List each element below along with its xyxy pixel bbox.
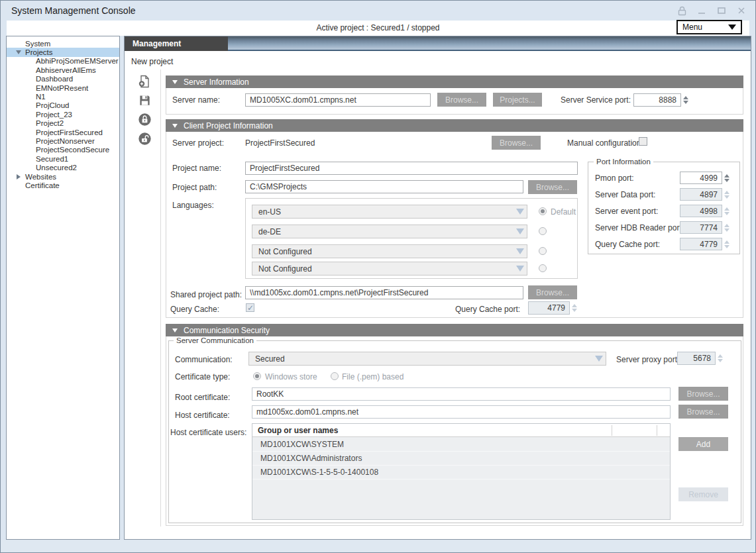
project-path-browse-button[interactable]: Browse... [528,180,577,194]
window-controls [676,5,747,17]
server-project-value: ProjectFirstSecured [245,138,315,148]
root-certificate-label: Root certificate: [175,393,230,402]
shared-path-label: Shared project path: [170,290,242,299]
section-header-communication-security[interactable]: Communication Security [166,324,743,336]
tree-item-project[interactable]: ProjectNonserver [7,136,119,145]
service-port-spinner[interactable]: 8888 [633,93,681,107]
server-data-port-spinner: 4897 [680,188,722,201]
tree-item-project[interactable]: ProjectFirstSecured [7,128,119,136]
default-language-radio-3 [539,247,547,255]
user-row[interactable]: MD1001XCW\Administrators [252,452,670,466]
collapse-arrow-icon [172,124,178,128]
shared-path-input[interactable] [245,286,523,299]
communication-dropdown[interactable]: Secured [248,352,606,366]
projects-button[interactable]: Projects... [493,93,542,107]
remove-user-button: Remove [678,487,728,501]
server-communication-title: Server Communication [174,336,256,344]
host-certificate-browse-button[interactable]: Browse... [678,405,728,419]
server-name-label: Server name: [172,95,220,105]
proxy-port-arrows [717,352,724,365]
pmon-port-arrows[interactable] [724,172,730,185]
chevron-down-icon [516,266,524,272]
chevron-down-icon [516,248,524,254]
host-certificate-input[interactable] [252,405,671,419]
maximize-icon[interactable] [716,5,728,17]
languages-group: en-US de-DE Not Configured Not Configure… [245,198,578,279]
project-name-input[interactable] [245,162,578,175]
chevron-down-icon [728,25,736,30]
hdb-reader-port-arrows [724,221,730,234]
shared-path-browse-button[interactable]: Browse... [528,285,577,299]
pmon-port-spinner[interactable]: 4999 [680,172,722,184]
certificate-type-label: Certificate type: [175,372,230,381]
windows-store-label: Windows store [265,372,317,381]
root-certificate-input[interactable] [252,387,671,401]
section-header-server-information[interactable]: Server Information [166,75,743,88]
tree-item-project[interactable]: ProjCloud [7,101,119,110]
menu-dropdown[interactable]: Menu [676,20,742,34]
toolbar-separator [160,70,161,527]
server-project-label: Server project: [172,138,224,148]
server-event-port-label: Server event port: [595,207,658,216]
section-header-client-project[interactable]: Client Project Information [166,119,743,132]
status-bar [1,540,755,552]
tree-item-project[interactable]: Dashboard [7,75,119,83]
server-browse-button[interactable]: Browse... [437,93,486,107]
add-user-button[interactable]: Add [678,437,728,451]
service-port-spinner-arrows[interactable] [682,93,689,107]
navigation-tree: System Projects AbhiProjSomeEMServer Abh… [6,36,120,540]
host-certificate-users-label: Host certificate users: [170,428,246,437]
window-title: System Management Console [11,5,136,16]
unlock-circle-icon[interactable] [136,131,152,146]
tree-item-system[interactable]: System [7,39,119,48]
tree-item-project[interactable]: Unsecured2 [7,163,119,172]
tab-management[interactable]: Management [125,36,228,51]
user-row[interactable]: MD1001XCW\SYSTEM [252,438,670,452]
language-dropdown-3[interactable]: Not Configured [252,244,527,258]
server-event-port-spinner: 4998 [680,205,722,217]
project-path-label: Project path: [172,183,217,192]
hdb-reader-port-spinner: 7774 [680,221,722,234]
users-list-header: Group or user names [252,424,670,437]
tree-item-project[interactable]: Project_23 [7,110,119,119]
tree-item-project[interactable]: N1 [7,92,119,101]
communication-label: Communication: [175,355,233,364]
tree-item-websites[interactable]: Websites [7,172,119,181]
tree-item-project[interactable]: Project2 [7,119,119,128]
tab-strip-gradient [228,36,751,51]
query-cache-port-row-spinner: 4779 [528,301,570,315]
root-certificate-browse-button[interactable]: Browse... [678,387,728,401]
proxy-port-spinner: 5678 [677,352,716,365]
tree-item-project[interactable]: ProjectSecondSecure [7,146,119,154]
project-path-input[interactable] [245,180,523,193]
tree-item-project[interactable]: EMNotPResent [7,83,119,92]
close-icon[interactable] [735,5,747,17]
server-project-browse-button[interactable]: Browse... [492,136,541,150]
user-row[interactable]: MD1001XCW\S-1-5-5-0-1400108 [252,466,670,479]
save-icon[interactable] [136,93,152,107]
tree-item-project[interactable]: AbhiProjSomeEMServer [7,57,119,66]
language-dropdown-1[interactable]: en-US [252,205,527,219]
lock-circle-icon[interactable] [136,112,152,126]
tree-item-certificate[interactable]: Certificate [7,181,119,189]
default-language-radio-2 [539,227,547,235]
new-project-icon[interactable] [136,74,152,89]
app-window: System Management Console Active project… [0,0,756,553]
tree-item-projects[interactable]: Projects [7,48,119,56]
tree-item-project[interactable]: AbhiserverAllEms [7,66,119,74]
active-project-text: Active project : Secured1 / stopped [1,23,755,32]
minimize-icon[interactable] [696,5,708,17]
tree-item-project[interactable]: Secured1 [7,154,119,163]
query-cache-checkbox [246,303,254,312]
collapse-arrow-icon [172,328,178,332]
lock-icon[interactable] [676,5,688,17]
query-cache-port-label: Query Cache port: [595,240,660,249]
language-dropdown-4[interactable]: Not Configured [252,262,527,276]
default-language-radio-1 [539,207,547,215]
host-certificate-label: Host certificate: [175,411,230,420]
language-dropdown-2[interactable]: de-DE [252,225,527,238]
server-name-input[interactable] [245,93,431,107]
page-title: New project [131,57,173,66]
column-divider [612,425,612,436]
manual-config-checkbox[interactable] [639,137,647,146]
